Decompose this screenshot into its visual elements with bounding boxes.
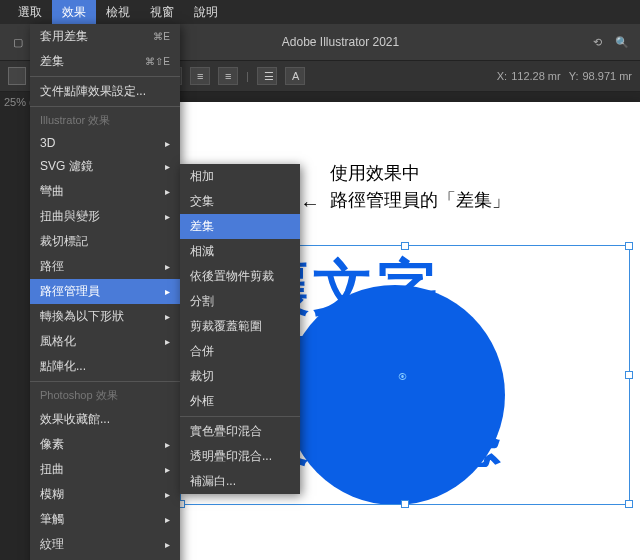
submenu-hard-mix[interactable]: 實色疊印混合 xyxy=(180,419,300,444)
menubar: 選取 效果 檢視 視窗 說明 xyxy=(0,0,640,24)
align-right-icon[interactable]: ≡ xyxy=(218,67,238,85)
menu-convert-shape[interactable]: 轉換為以下形狀▸ xyxy=(30,304,180,329)
menu-path[interactable]: 路徑▸ xyxy=(30,254,180,279)
submenu-subtract[interactable]: 相減 xyxy=(180,239,300,264)
submenu-exclude[interactable]: 差集 xyxy=(180,214,300,239)
menu-distort[interactable]: 扭曲與變形▸ xyxy=(30,204,180,229)
resize-handle-e[interactable] xyxy=(625,371,633,379)
menu-stylize[interactable]: 風格化▸ xyxy=(30,329,180,354)
x-label: X: xyxy=(497,70,507,82)
menu-distort2[interactable]: 扭曲▸ xyxy=(30,457,180,482)
menu-pathfinder[interactable]: 路徑管理員▸ xyxy=(30,279,180,304)
annotation-line2: 路徑管理員的「差集」 xyxy=(330,187,510,214)
home-icon[interactable]: ▢ xyxy=(8,32,28,52)
annotation-line1: 使用效果中 xyxy=(330,160,510,187)
menu-doc-raster[interactable]: 文件點陣效果設定... xyxy=(30,79,180,104)
menu-blur[interactable]: 模糊▸ xyxy=(30,482,180,507)
arrow-left-icon: ← xyxy=(300,188,320,218)
center-point-icon: ⦿ xyxy=(398,372,412,378)
resize-handle-s[interactable] xyxy=(401,500,409,508)
list-icon[interactable]: ☰ xyxy=(257,67,277,85)
y-label: Y: xyxy=(569,70,579,82)
pathfinder-submenu: 相加 交集 差集 相減 依後置物件剪裁 分割 剪裁覆蓋範圍 合併 裁切 外框 實… xyxy=(180,164,300,494)
search-label: ⟲ xyxy=(593,36,602,49)
annotation-text: ← 使用效果中 路徑管理員的「差集」 xyxy=(330,160,510,214)
menu-rasterize[interactable]: 點陣化... xyxy=(30,354,180,379)
submenu-crop[interactable]: 裁切 xyxy=(180,364,300,389)
menu-last-effect[interactable]: 差集⌘⇧E xyxy=(30,49,180,74)
submenu-add[interactable]: 相加 xyxy=(180,164,300,189)
resize-handle-ne[interactable] xyxy=(625,242,633,250)
submenu-trap[interactable]: 補漏白... xyxy=(180,469,300,494)
resize-handle-n[interactable] xyxy=(401,242,409,250)
menu-view[interactable]: 檢視 xyxy=(96,0,140,24)
y-value: 98.971 mr xyxy=(582,70,632,82)
menu-gallery[interactable]: 效果收藏館... xyxy=(30,407,180,432)
submenu-merge[interactable]: 合併 xyxy=(180,339,300,364)
menu-header-ai: Illustrator 效果 xyxy=(30,109,180,132)
submenu-outline[interactable]: 外框 xyxy=(180,389,300,414)
submenu-minus-back[interactable]: 依後置物件剪裁 xyxy=(180,264,300,289)
menu-crop-marks[interactable]: 裁切標記 xyxy=(30,229,180,254)
menu-effect[interactable]: 效果 xyxy=(52,0,96,24)
submenu-trim[interactable]: 剪裁覆蓋範圍 xyxy=(180,314,300,339)
effect-menu: 套用差集⌘E 差集⌘⇧E 文件點陣效果設定... Illustrator 效果 … xyxy=(30,24,180,560)
align-center-icon[interactable]: ≡ xyxy=(190,67,210,85)
search-icon[interactable]: 🔍 xyxy=(612,32,632,52)
menu-pixelate[interactable]: 像素▸ xyxy=(30,432,180,457)
menu-3d[interactable]: 3D▸ xyxy=(30,132,180,154)
menu-help[interactable]: 說明 xyxy=(184,0,228,24)
menu-select[interactable]: 選取 xyxy=(8,0,52,24)
menu-brush[interactable]: 筆觸▸ xyxy=(30,507,180,532)
x-value: 112.28 mr xyxy=(511,70,561,82)
menu-apply-last[interactable]: 套用差集⌘E xyxy=(30,24,180,49)
menu-svg-filters[interactable]: SVG 濾鏡▸ xyxy=(30,154,180,179)
menu-texture[interactable]: 紋理▸ xyxy=(30,532,180,557)
menu-window[interactable]: 視窗 xyxy=(140,0,184,24)
char-icon[interactable]: A xyxy=(285,67,305,85)
submenu-intersect[interactable]: 交集 xyxy=(180,189,300,214)
submenu-soft-mix[interactable]: 透明疊印混合... xyxy=(180,444,300,469)
menu-warp[interactable]: 彎曲▸ xyxy=(30,179,180,204)
submenu-divide[interactable]: 分割 xyxy=(180,289,300,314)
fill-swatch[interactable] xyxy=(8,67,26,85)
resize-handle-se[interactable] xyxy=(625,500,633,508)
menu-header-ps: Photoshop 效果 xyxy=(30,384,180,407)
